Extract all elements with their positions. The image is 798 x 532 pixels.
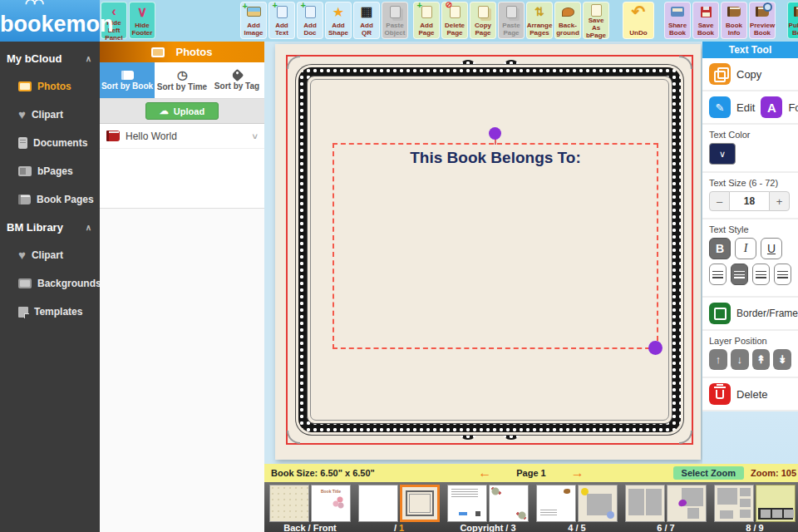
copy-icon[interactable] bbox=[709, 63, 731, 85]
layer-down-button[interactable]: ↓ bbox=[731, 349, 749, 370]
thumbnail-page-3[interactable] bbox=[489, 485, 529, 522]
layer-to-front-button[interactable]: ↟ bbox=[752, 349, 771, 370]
edit-pencil-icon[interactable]: ✎ bbox=[709, 96, 731, 118]
share-book-button[interactable]: Share Book bbox=[664, 2, 691, 39]
photo-book-hello-world[interactable]: Hello World ˅ bbox=[100, 124, 264, 149]
thumbnail-page-8[interactable] bbox=[714, 485, 754, 522]
align-right-icon bbox=[756, 271, 766, 278]
delete-row: Delete bbox=[702, 378, 798, 411]
add-page-button[interactable]: Add Page bbox=[413, 2, 440, 39]
arrange-pages-icon: ⇅ bbox=[534, 4, 544, 19]
align-right-button[interactable] bbox=[752, 264, 770, 285]
section-bm-library[interactable]: BM Library∧ bbox=[0, 214, 100, 241]
align-justify-button[interactable] bbox=[774, 264, 791, 285]
thumbnail-page-6[interactable] bbox=[625, 485, 665, 522]
copy-label[interactable]: Copy bbox=[736, 68, 761, 81]
size-value[interactable]: 18 bbox=[730, 191, 769, 211]
save-book-button[interactable]: Save Book bbox=[692, 2, 719, 39]
add-image-icon bbox=[247, 7, 261, 17]
book-magnifier-icon bbox=[756, 7, 769, 17]
hide-footer-button[interactable]: ∨Hide Footer bbox=[129, 2, 155, 39]
thumbnail-front-cover[interactable]: Book Title bbox=[311, 485, 351, 522]
add-shape-button[interactable]: ★Add Shape bbox=[325, 2, 352, 39]
chevron-up-icon: ∧ bbox=[86, 223, 91, 232]
add-text-button[interactable]: Add Text bbox=[268, 2, 295, 39]
button-label: Delete Page bbox=[445, 22, 465, 38]
sidebar-item-book-pages[interactable]: Book Pages bbox=[0, 185, 100, 214]
thumbnail-label: Back / Front bbox=[283, 523, 337, 532]
edit-label[interactable]: Edit bbox=[736, 101, 755, 114]
logo-book-icon: ◠◠ bbox=[25, 0, 42, 9]
filmstrip bbox=[758, 508, 793, 520]
app-logo[interactable]: ◠◠bookemon bbox=[0, 0, 100, 42]
thumbnail-copyright-page[interactable] bbox=[447, 485, 487, 522]
align-center-button[interactable] bbox=[731, 264, 748, 285]
sidebar-item-clipart[interactable]: ♥Clipart bbox=[0, 101, 100, 129]
button-label: Arrange Pages bbox=[527, 22, 553, 38]
resize-handle[interactable] bbox=[648, 341, 663, 355]
preview-book-button[interactable]: Preview Book bbox=[749, 2, 776, 39]
sidebar-item-backgrounds[interactable]: Backgrounds bbox=[0, 269, 100, 298]
tab-sort-by-tag[interactable]: Sort by Tag bbox=[209, 62, 264, 98]
layer-to-back-button[interactable]: ↡ bbox=[773, 349, 791, 370]
arrange-pages-button[interactable]: ⇅Arrange Pages bbox=[526, 2, 553, 39]
thumbnail-page-1-selected[interactable] bbox=[400, 485, 440, 522]
previous-page-arrow[interactable]: ← bbox=[478, 466, 491, 480]
layer-position-label: Layer Position bbox=[709, 336, 791, 346]
book-page[interactable]: This Book Belongs To: bbox=[275, 44, 701, 460]
add-doc-button[interactable]: Add Doc bbox=[297, 2, 323, 39]
thumbnail-pair-6-7: 6 / 7 bbox=[625, 485, 707, 532]
align-center-icon bbox=[734, 271, 745, 278]
sidebar-item-library-clipart[interactable]: ♥Clipart bbox=[0, 241, 100, 269]
delete-page-button[interactable]: Delete Page bbox=[441, 2, 468, 39]
size-increase-button[interactable]: + bbox=[769, 191, 790, 211]
text-style-section: Text Style B I U bbox=[702, 219, 798, 298]
sidebar-item-documents[interactable]: Documents bbox=[0, 129, 100, 157]
section-my-bcloud[interactable]: My bCloud∧ bbox=[0, 45, 100, 72]
bold-button[interactable]: B bbox=[709, 238, 731, 259]
thumbnail-page-7[interactable] bbox=[667, 485, 707, 522]
delete-label[interactable]: Delete bbox=[736, 388, 768, 401]
page-thumbnails-strip: Book Title Back / Front / 1 Copyright / … bbox=[264, 482, 798, 532]
text-color-swatch[interactable]: ∨ bbox=[709, 143, 736, 165]
rotate-handle[interactable] bbox=[489, 127, 501, 140]
add-image-button[interactable]: Add Image bbox=[240, 2, 267, 39]
tab-sort-by-time[interactable]: ◷Sort by Time bbox=[155, 62, 209, 98]
sidebar-item-templates[interactable]: Templates bbox=[0, 298, 100, 326]
border-frame-row: Border/Frame bbox=[702, 298, 798, 331]
size-decrease-button[interactable]: – bbox=[709, 191, 730, 211]
button-label: Save Book bbox=[697, 22, 714, 38]
border-frame-icon[interactable] bbox=[709, 303, 731, 324]
thumbnail-back-cover[interactable] bbox=[269, 485, 309, 522]
border-frame-label[interactable]: Border/Frame bbox=[736, 308, 798, 319]
next-page-arrow[interactable]: → bbox=[571, 466, 584, 480]
book-belongs-text[interactable]: This Book Belongs To: bbox=[334, 149, 657, 167]
thumbnail-page-4[interactable] bbox=[536, 485, 576, 522]
tab-sort-by-book[interactable]: Sort by Book bbox=[100, 62, 155, 98]
undo-button[interactable]: ↶UnDo bbox=[623, 2, 654, 39]
publish-book-button[interactable]: Publish Book bbox=[787, 2, 798, 39]
sidebar-item-photos[interactable]: Photos bbox=[0, 72, 100, 101]
save-as-bpage-button[interactable]: Save As bPage bbox=[583, 2, 609, 39]
book-info-button[interactable]: Book Info bbox=[721, 2, 747, 39]
text-box-selection[interactable]: This Book Belongs To: bbox=[332, 143, 658, 349]
align-left-button[interactable] bbox=[709, 264, 727, 285]
thumbnail-page-9[interactable] bbox=[756, 485, 796, 522]
italic-button[interactable]: I bbox=[735, 238, 756, 259]
underline-button[interactable]: U bbox=[761, 238, 782, 259]
upload-button[interactable]: ☁Upload bbox=[145, 102, 219, 120]
add-qr-button[interactable]: ▦Add QR bbox=[353, 2, 380, 39]
font-label[interactable]: Font bbox=[788, 101, 798, 114]
button-label: Book Info bbox=[726, 22, 742, 38]
copy-page-button[interactable]: Copy Page bbox=[470, 2, 496, 39]
chevron-down-icon: ˅ bbox=[253, 131, 258, 141]
thumbnail-page-5[interactable] bbox=[578, 485, 618, 522]
layer-up-button[interactable]: ↑ bbox=[709, 349, 727, 370]
item-label: Book Pages bbox=[37, 194, 94, 205]
font-icon[interactable]: A bbox=[761, 96, 782, 118]
delete-trash-icon[interactable] bbox=[709, 383, 731, 405]
background-button[interactable]: Back- ground bbox=[554, 2, 581, 39]
qr-code-icon: ▦ bbox=[361, 4, 372, 19]
sidebar-item-bpages[interactable]: bPages bbox=[0, 157, 100, 185]
thumbnail-inside-cover[interactable] bbox=[358, 485, 398, 522]
